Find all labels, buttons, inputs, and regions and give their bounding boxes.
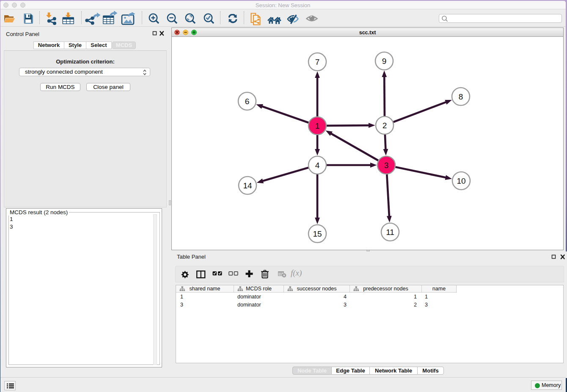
svg-text:11: 11 (386, 228, 394, 237)
svg-text:8: 8 (459, 92, 463, 101)
svg-text:3: 3 (384, 161, 389, 170)
svg-text:2: 2 (383, 121, 387, 130)
svg-text:4: 4 (315, 161, 320, 170)
svg-text:6: 6 (245, 97, 250, 106)
svg-text:9: 9 (382, 57, 387, 66)
svg-text:1: 1 (315, 121, 320, 130)
svg-text:7: 7 (315, 58, 320, 66)
svg-text:15: 15 (313, 229, 322, 238)
svg-text:14: 14 (243, 181, 252, 190)
svg-text:10: 10 (457, 177, 465, 185)
